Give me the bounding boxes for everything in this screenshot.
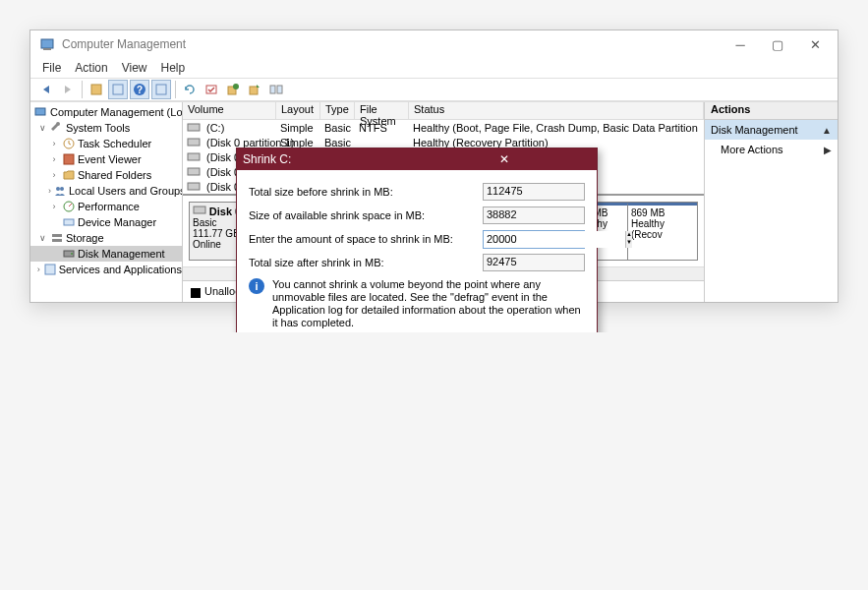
nav-tree[interactable]: Computer Management (Local ∨System Tools… xyxy=(30,102,183,302)
svg-rect-1 xyxy=(43,48,51,50)
dialog-close-button[interactable]: ✕ xyxy=(417,152,591,166)
svg-rect-21 xyxy=(52,239,62,242)
tree-shared-folders[interactable]: Shared Folders xyxy=(78,169,151,181)
shrink-amount-input[interactable] xyxy=(484,231,625,248)
clock-icon xyxy=(62,137,76,150)
svg-point-23 xyxy=(71,253,73,255)
actions-pane: Actions Disk Management▲ More Actions▶ xyxy=(705,102,838,302)
folder-icon xyxy=(62,168,76,182)
volume-icon xyxy=(187,123,206,133)
menu-action[interactable]: Action xyxy=(69,61,113,75)
amount-label: Enter the amount of space to shrink in M… xyxy=(249,233,483,245)
volume-icon xyxy=(187,152,206,162)
menu-view[interactable]: View xyxy=(116,61,153,75)
toolbar: ? xyxy=(30,78,838,101)
svg-rect-24 xyxy=(45,265,55,274)
available-value: 38882 xyxy=(483,206,585,224)
window-title: Computer Management xyxy=(62,37,722,51)
svg-rect-27 xyxy=(188,153,200,160)
tree-disk-management[interactable]: Disk Management xyxy=(78,248,165,260)
svg-point-16 xyxy=(56,187,60,191)
toolbar-icon-7[interactable] xyxy=(266,80,286,99)
total-after-label: Total size after shrink in MB: xyxy=(249,257,483,268)
actions-disk-management[interactable]: Disk Management▲ xyxy=(705,120,838,140)
toolbar-icon-3[interactable] xyxy=(151,80,171,99)
tree-storage[interactable]: Storage xyxy=(66,232,104,244)
col-volume[interactable]: Volume xyxy=(183,102,276,119)
back-button[interactable] xyxy=(36,80,56,99)
actions-header: Actions xyxy=(705,102,838,120)
collapse-icon: ▲ xyxy=(822,125,832,136)
svg-rect-10 xyxy=(250,87,258,94)
svg-point-9 xyxy=(233,84,239,89)
services-icon xyxy=(43,263,57,276)
volume-icon xyxy=(187,182,206,192)
col-status[interactable]: Status xyxy=(409,102,704,119)
amount-spinner[interactable]: ▲▼ xyxy=(625,231,632,248)
dialog-title: Shrink C: xyxy=(243,152,417,166)
volume-list-header[interactable]: Volume Layout Type File System Status xyxy=(183,102,704,120)
menu-bar: File Action View Help xyxy=(30,58,838,78)
svg-rect-20 xyxy=(52,234,62,237)
wrench-icon xyxy=(50,121,64,135)
svg-rect-29 xyxy=(188,183,200,190)
content-pane: Volume Layout Type File System Status (C… xyxy=(183,102,705,302)
svg-rect-28 xyxy=(188,168,200,175)
help-icon[interactable]: ? xyxy=(130,80,149,99)
volume-icon xyxy=(187,167,206,177)
tree-system-tools[interactable]: System Tools xyxy=(66,122,130,134)
maximize-button[interactable]: ▢ xyxy=(759,30,796,58)
svg-rect-13 xyxy=(35,108,45,115)
titlebar: Computer Management ─ ▢ ✕ xyxy=(30,30,838,58)
svg-rect-3 xyxy=(113,85,123,94)
forward-button[interactable] xyxy=(58,80,78,99)
partition[interactable]: 869 MBHealthy (Recov xyxy=(628,203,697,260)
main-window: Computer Management ─ ▢ ✕ File Action Vi… xyxy=(29,30,839,303)
menu-help[interactable]: Help xyxy=(155,61,192,75)
svg-rect-6 xyxy=(156,85,166,94)
volume-row[interactable]: (C:)SimpleBasicNTFSHealthy (Boot, Page F… xyxy=(183,120,704,135)
dialog-titlebar[interactable]: Shrink C: ✕ xyxy=(237,148,597,170)
info-icon: i xyxy=(249,278,264,294)
total-before-value: 112475 xyxy=(483,183,585,201)
svg-rect-30 xyxy=(194,206,205,213)
tree-services[interactable]: Services and Applications xyxy=(59,264,182,275)
event-icon xyxy=(62,152,76,166)
svg-rect-0 xyxy=(41,39,53,48)
chevron-right-icon: ▶ xyxy=(824,145,832,155)
tree-device-manager[interactable]: Device Manager xyxy=(78,216,156,228)
shrink-dialog: Shrink C: ✕ Total size before shrink in … xyxy=(236,148,598,332)
col-filesystem[interactable]: File System xyxy=(355,102,409,119)
actions-more[interactable]: More Actions▶ xyxy=(705,140,838,159)
storage-icon xyxy=(50,231,64,245)
svg-rect-25 xyxy=(188,124,200,131)
toolbar-icon-5[interactable] xyxy=(223,80,243,99)
tree-local-users[interactable]: Local Users and Groups xyxy=(69,185,183,197)
svg-point-17 xyxy=(60,187,64,191)
svg-rect-19 xyxy=(64,219,74,225)
volume-icon xyxy=(187,138,206,148)
menu-file[interactable]: File xyxy=(36,61,67,75)
col-layout[interactable]: Layout xyxy=(276,102,320,119)
tree-performance[interactable]: Performance xyxy=(78,201,140,212)
toolbar-icon-4[interactable] xyxy=(202,80,221,99)
minimize-button[interactable]: ─ xyxy=(722,30,759,58)
total-after-value: 92475 xyxy=(483,254,585,271)
device-icon xyxy=(62,215,76,229)
disk-icon xyxy=(62,247,76,261)
available-label: Size of available shrink space in MB: xyxy=(249,209,483,221)
svg-rect-26 xyxy=(188,139,200,146)
toolbar-icon-6[interactable] xyxy=(245,80,264,99)
col-type[interactable]: Type xyxy=(320,102,355,119)
computer-icon xyxy=(34,105,48,119)
performance-icon xyxy=(62,200,76,213)
tree-root[interactable]: Computer Management (Local xyxy=(50,106,183,118)
tree-task-scheduler[interactable]: Task Scheduler xyxy=(78,138,151,149)
toolbar-icon-1[interactable] xyxy=(87,80,106,99)
refresh-icon[interactable] xyxy=(180,80,200,99)
toolbar-icon-2[interactable] xyxy=(108,80,128,99)
close-button[interactable]: ✕ xyxy=(796,30,834,58)
svg-text:?: ? xyxy=(137,85,143,95)
tree-event-viewer[interactable]: Event Viewer xyxy=(78,153,142,165)
app-icon xyxy=(40,36,56,52)
